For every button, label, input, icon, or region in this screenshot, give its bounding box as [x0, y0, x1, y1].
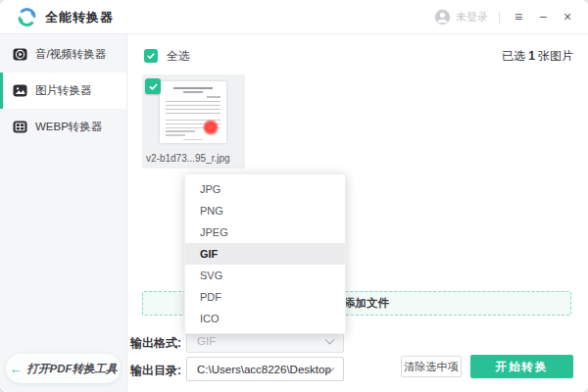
close-icon[interactable]: ×: [560, 0, 575, 34]
selected-count-suffix: 张图片: [538, 49, 573, 63]
clear-selected-button[interactable]: 清除选中项: [401, 356, 462, 377]
thumbnail-checkbox[interactable]: [145, 78, 161, 94]
webp-converter-icon: [13, 120, 27, 134]
dropdown-option-gif[interactable]: GIF: [185, 243, 345, 265]
user-avatar-icon[interactable]: [434, 9, 451, 25]
converter-app-window: 全能转换器 未登录 ≡ − × 音/视频转换器: [0, 0, 588, 392]
format-dropdown-menu: JPG PNG JPEG GIF SVG PDF ICO: [184, 173, 346, 334]
main-content: 全选 已选1张图片 v2-b1d73...95_r.jpg + 添加文件 输出格…: [127, 34, 588, 392]
sidebar: 音/视频转换器 图片转换器 WEBP转换器 ← 打开PDF转换工具: [0, 34, 127, 392]
dropdown-option-png[interactable]: PNG: [185, 200, 345, 221]
document-thumbnail-image: [160, 81, 226, 143]
selected-count-prefix: 已选: [502, 49, 525, 63]
selection-toolbar: 全选 已选1张图片: [144, 46, 573, 66]
login-status[interactable]: 未登录: [456, 10, 488, 24]
output-directory-value: C:\Users\acc8226\Desktop: [197, 364, 331, 375]
app-title: 全能转换器: [45, 0, 114, 34]
titlebar-divider: [499, 12, 500, 24]
select-all-label: 全选: [167, 48, 190, 65]
check-icon: [146, 51, 156, 61]
dropdown-option-jpg[interactable]: JPG: [185, 178, 345, 200]
open-pdf-tool-label: 打开PDF转换工具: [27, 362, 118, 376]
back-arrow-icon: ←: [10, 362, 23, 376]
minimize-icon[interactable]: −: [535, 0, 551, 34]
output-directory-label: 输出目录:: [130, 363, 181, 379]
selected-count: 已选1张图片: [502, 48, 573, 65]
sidebar-item-audio-video-converter[interactable]: 音/视频转换器: [0, 36, 126, 73]
sidebar-item-label: 图片转换器: [35, 83, 92, 98]
sidebar-item-label: WEBP转换器: [35, 120, 102, 134]
dropdown-option-svg[interactable]: SVG: [185, 265, 345, 286]
open-pdf-tool-button[interactable]: ← 打开PDF转换工具: [6, 354, 121, 383]
start-convert-button[interactable]: 开始转换: [470, 355, 573, 378]
menu-icon[interactable]: ≡: [511, 0, 526, 34]
sidebar-item-image-converter[interactable]: 图片转换器: [0, 73, 126, 109]
dropdown-option-pdf[interactable]: PDF: [185, 286, 345, 308]
selected-count-number: 1: [528, 49, 535, 63]
image-converter-icon: [13, 83, 27, 98]
dropdown-option-jpeg[interactable]: JPEG: [185, 221, 345, 243]
output-directory-select[interactable]: C:\Users\acc8226\Desktop: [186, 357, 344, 381]
file-name: v2-b1d73...95_r.jpg: [146, 153, 230, 164]
output-format-value: GIF: [197, 335, 216, 347]
red-stamp: [203, 120, 219, 135]
sidebar-item-label: 音/视频转换器: [35, 47, 106, 62]
audio-video-converter-icon: [13, 47, 27, 62]
app-logo-icon: [17, 7, 37, 27]
sidebar-item-webp-converter[interactable]: WEBP转换器: [0, 109, 126, 145]
image-thumbnail-card[interactable]: v2-b1d73...95_r.jpg: [142, 74, 245, 169]
dropdown-option-ico[interactable]: ICO: [185, 308, 345, 329]
select-all-checkbox[interactable]: [144, 49, 158, 63]
add-files-label: 添加文件: [344, 296, 389, 311]
output-format-label: 输出格式:: [130, 335, 181, 352]
chevron-down-icon: [325, 335, 335, 345]
check-icon: [148, 81, 159, 92]
titlebar: 全能转换器 未登录 ≡ − ×: [0, 0, 588, 34]
